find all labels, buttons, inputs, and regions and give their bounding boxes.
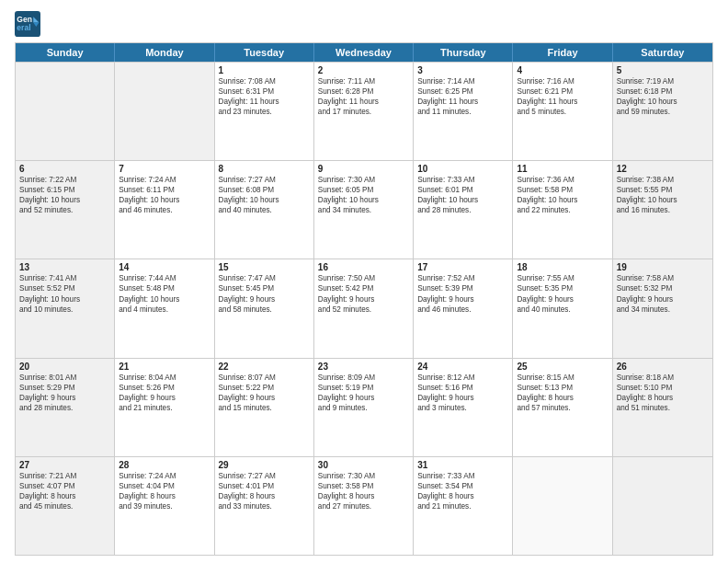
cell-info-line: Sunrise: 8:01 AM [19,373,110,383]
cell-info-line: and 27 minutes. [318,501,409,511]
cell-info-line: and 57 minutes. [517,403,608,413]
day-number: 7 [119,164,210,174]
cell-info-line: Sunset: 6:15 PM [19,185,110,195]
cell-info-line: Sunset: 5:19 PM [318,383,409,393]
cell-info-line: Sunrise: 7:27 AM [219,471,310,481]
day-number: 2 [318,65,409,75]
cal-cell-3-2: 14Sunrise: 7:44 AMSunset: 5:48 PMDayligh… [115,259,214,357]
cell-info-line: and 15 minutes. [219,403,310,413]
cell-info-line: Sunrise: 7:50 AM [318,273,409,283]
cell-info-line: Daylight: 10 hours [617,97,709,107]
cell-info-line: Sunrise: 7:08 AM [219,76,310,86]
page: Gen eral SundayMondayTuesdayWednesdayThu… [0,0,728,563]
day-number: 8 [219,164,310,174]
cal-cell-2-5: 10Sunrise: 7:33 AMSunset: 6:01 PMDayligh… [414,161,513,259]
cell-info-line: Sunset: 5:22 PM [219,383,310,393]
cell-info-line: Sunrise: 8:15 AM [517,373,608,383]
cal-cell-4-3: 22Sunrise: 8:07 AMSunset: 5:22 PMDayligh… [215,359,314,456]
day-number: 15 [219,262,310,272]
cal-cell-2-6: 11Sunrise: 7:36 AMSunset: 5:58 PMDayligh… [513,161,612,259]
day-number: 14 [119,262,210,272]
cal-cell-2-4: 9Sunrise: 7:30 AMSunset: 6:05 PMDaylight… [314,161,414,259]
cal-cell-5-3: 29Sunrise: 7:27 AMSunset: 4:01 PMDayligh… [215,457,314,555]
cell-info-line: and 39 minutes. [119,501,210,511]
cell-info-line: Daylight: 8 hours [318,491,409,501]
day-number: 26 [617,362,709,372]
day-number: 10 [417,164,508,174]
cell-info-line: Daylight: 9 hours [119,393,210,403]
cell-info-line: Sunset: 4:01 PM [219,481,310,491]
cal-cell-1-1 [16,63,115,160]
day-number: 9 [318,164,409,174]
cal-cell-3-7: 19Sunrise: 7:58 AMSunset: 5:32 PMDayligh… [613,259,712,357]
cal-cell-1-2 [115,63,214,160]
cell-info-line: Sunrise: 7:11 AM [318,76,409,86]
weekday-header-sunday: Sunday [16,43,115,62]
cal-cell-4-2: 21Sunrise: 8:04 AMSunset: 5:26 PMDayligh… [115,359,214,456]
day-number: 22 [219,362,310,372]
cell-info-line: and 28 minutes. [19,403,110,413]
day-number: 21 [119,362,210,372]
cell-info-line: Sunset: 5:42 PM [318,283,409,293]
cell-info-line: and 46 minutes. [417,304,508,315]
cell-info-line: Sunset: 5:13 PM [517,383,608,393]
weekday-header-friday: Friday [513,43,612,62]
cell-info-line: Daylight: 9 hours [19,393,110,403]
cell-info-line: Sunrise: 7:14 AM [417,76,508,86]
cell-info-line: Daylight: 10 hours [19,195,110,205]
calendar: SundayMondayTuesdayWednesdayThursdayFrid… [15,42,713,556]
day-number: 11 [517,164,608,174]
day-number: 29 [219,460,310,470]
day-number: 28 [119,460,210,470]
cell-info-line: Daylight: 9 hours [318,294,409,304]
cell-info-line: and 46 minutes. [119,205,210,215]
cell-info-line: Sunrise: 7:30 AM [318,471,409,481]
cal-cell-1-4: 2Sunrise: 7:11 AMSunset: 6:28 PMDaylight… [314,63,414,160]
cell-info-line: Sunrise: 7:27 AM [219,175,310,185]
cell-info-line: Sunrise: 8:12 AM [417,373,508,383]
cell-info-line: Sunset: 4:07 PM [19,481,110,491]
cal-cell-3-3: 15Sunrise: 7:47 AMSunset: 5:45 PMDayligh… [215,259,314,357]
cell-info-line: Sunset: 3:58 PM [318,481,409,491]
cal-cell-3-6: 18Sunrise: 7:55 AMSunset: 5:35 PMDayligh… [513,259,612,357]
cell-info-line: Daylight: 10 hours [119,195,210,205]
cell-info-line: Sunrise: 7:19 AM [617,76,709,86]
cal-cell-2-2: 7Sunrise: 7:24 AMSunset: 6:11 PMDaylight… [115,161,214,259]
cell-info-line: Daylight: 9 hours [417,393,508,403]
cell-info-line: Daylight: 9 hours [617,294,709,304]
svg-text:eral: eral [17,23,30,32]
cell-info-line: Daylight: 9 hours [517,294,608,304]
day-number: 30 [318,460,409,470]
day-number: 4 [517,65,608,75]
cell-info-line: and 16 minutes. [617,205,709,215]
cal-cell-4-5: 24Sunrise: 8:12 AMSunset: 5:16 PMDayligh… [414,359,513,456]
cal-cell-4-7: 26Sunrise: 8:18 AMSunset: 5:10 PMDayligh… [613,359,712,456]
cell-info-line: and 21 minutes. [119,403,210,413]
cell-info-line: Sunset: 3:54 PM [417,481,508,491]
cell-info-line: and 9 minutes. [318,403,409,413]
day-number: 3 [417,65,508,75]
cell-info-line: Sunset: 5:35 PM [517,283,608,293]
cell-info-line: Sunset: 5:29 PM [19,383,110,393]
cal-cell-4-4: 23Sunrise: 8:09 AMSunset: 5:19 PMDayligh… [314,359,414,456]
cell-info-line: Sunrise: 7:24 AM [119,175,210,185]
cal-cell-3-1: 13Sunrise: 7:41 AMSunset: 5:52 PMDayligh… [16,259,115,357]
cell-info-line: Sunrise: 7:30 AM [318,175,409,185]
week-row-5: 27Sunrise: 7:21 AMSunset: 4:07 PMDayligh… [16,456,712,555]
day-number: 13 [19,262,110,272]
cell-info-line: Sunset: 5:55 PM [617,185,709,195]
cal-cell-4-1: 20Sunrise: 8:01 AMSunset: 5:29 PMDayligh… [16,359,115,456]
cell-info-line: Sunset: 6:08 PM [219,185,310,195]
cell-info-line: Daylight: 8 hours [417,491,508,501]
cell-info-line: Daylight: 11 hours [318,97,409,107]
cell-info-line: and 33 minutes. [219,501,310,511]
cell-info-line: and 34 minutes. [318,205,409,215]
cell-info-line: Sunset: 6:25 PM [417,86,508,97]
cell-info-line: Sunset: 5:52 PM [19,283,110,293]
cell-info-line: Sunset: 5:16 PM [417,383,508,393]
day-number: 17 [417,262,508,272]
cell-info-line: Sunrise: 7:21 AM [19,471,110,481]
cal-cell-5-1: 27Sunrise: 7:21 AMSunset: 4:07 PMDayligh… [16,457,115,555]
day-number: 31 [417,460,508,470]
cal-cell-3-5: 17Sunrise: 7:52 AMSunset: 5:39 PMDayligh… [414,259,513,357]
